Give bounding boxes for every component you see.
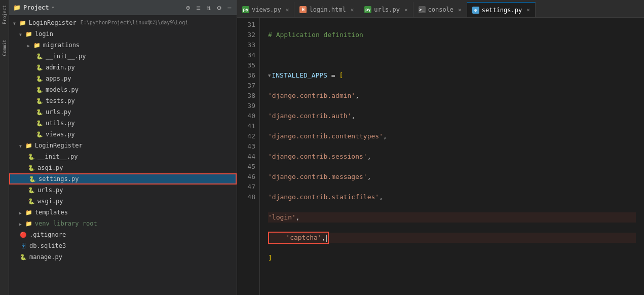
tree-label: templates [35, 209, 68, 216]
fold-icon[interactable]: ▼ [268, 70, 271, 81]
tree-label: models.py [46, 86, 79, 93]
code-text: , [355, 91, 359, 101]
cursor [326, 235, 327, 242]
folder-closed-icon [19, 209, 23, 216]
tree-item-loginregister-root[interactable]: 📁 LoginRegister E:\pythonProject\linux学习… [9, 17, 237, 28]
collapse-icon[interactable]: − [226, 3, 233, 13]
close-tab-icon[interactable]: ✕ [404, 7, 408, 13]
tree-item-apps-py[interactable]: 🐍 apps.py [9, 73, 237, 84]
tree-item-db-sqlite3[interactable]: 🗄 db.sqlite3 [9, 240, 237, 251]
tree-label: asgi.py [37, 164, 63, 171]
tab-views-py[interactable]: py views.py ✕ [237, 2, 294, 17]
tree-label: manage.py [29, 253, 62, 261]
tab-label: login.html [309, 6, 346, 13]
code-text: = [327, 70, 339, 81]
close-tab-icon[interactable]: ✕ [458, 7, 462, 13]
py-icon: 🐍 [35, 119, 44, 127]
tree-item-wsgi-py[interactable]: 🐍 wsgi.py [9, 196, 237, 207]
tree-item-utils-py[interactable]: 🐍 utils.py [9, 118, 237, 129]
py-icon: 🐍 [27, 186, 35, 194]
add-icon[interactable]: ⊕ [185, 3, 191, 13]
settings-icon[interactable]: ⚙ [216, 3, 222, 13]
code-line-38: 'django.contrib.messages', [268, 172, 636, 182]
tree-item-tests-py[interactable]: 🐍 tests.py [9, 95, 237, 106]
tree-item-login[interactable]: 📁 login [9, 28, 237, 40]
line-numbers: 31 32 33 34 35 36 37 38 39 40 41 42 43 4… [237, 18, 260, 295]
tab-label: console [428, 6, 454, 13]
code-line-42: ] [268, 253, 636, 263]
code-text: ] [268, 253, 272, 263]
code-area[interactable]: # Application definition ▼INSTALLED_APPS… [260, 18, 644, 295]
tree-item-models-py[interactable]: 🐍 models.py [9, 84, 237, 95]
tree-item-urls-py-1[interactable]: 🐍 urls.py [9, 106, 237, 118]
folder-icon: 📁 [13, 4, 21, 11]
close-tab-icon[interactable]: ✕ [526, 7, 530, 13]
git-icon: 🔴 [19, 231, 27, 239]
tree-item-venv[interactable]: 📁 venv library root [9, 218, 237, 229]
code-text: , [351, 111, 355, 121]
folder-icon: 📁 [25, 141, 33, 150]
list-icon[interactable]: ≡ [195, 3, 201, 13]
tab-label: settings.py [482, 7, 522, 14]
folder-icon: 📁 [25, 30, 33, 38]
folder-icon: 📁 [19, 19, 27, 27]
code-line-35: 'django.contrib.auth', [268, 111, 636, 121]
dropdown-icon[interactable]: ▾ [52, 5, 55, 10]
header-icons: ⊕ ≡ ⇅ ⚙ − [185, 3, 233, 13]
code-text: , [296, 212, 300, 223]
folder-icon: 📁 [25, 208, 33, 216]
project-label[interactable]: Project [2, 5, 7, 24]
code-text: 'django.contrib.messages' [268, 172, 367, 182]
tree-item-views-py[interactable]: 🐍 views.py [9, 129, 237, 140]
tree-path: E:\pythonProject\linux学习\day9\Logi [81, 19, 188, 26]
db-icon: 🗄 [19, 242, 27, 250]
tab-settings-py[interactable]: ⚙ settings.py ✕ [467, 2, 536, 17]
tree-item-urls-py-2[interactable]: 🐍 urls.py [9, 185, 237, 196]
code-text: 'login' [268, 212, 296, 223]
tree-item-loginregister-folder[interactable]: 📁 LoginRegister [9, 140, 237, 151]
close-tab-icon[interactable]: ✕ [286, 7, 289, 13]
tab-settings-icon: ⚙ [472, 7, 479, 14]
folder-closed-icon [27, 42, 31, 49]
tree-item-admin-py[interactable]: 🐍 admin.py [9, 62, 237, 73]
tree-item-manage-py[interactable]: 🐍 manage.py [9, 251, 237, 263]
py-icon: 🐍 [35, 75, 44, 83]
close-tab-icon[interactable]: ✕ [351, 7, 354, 13]
tree-item-init-py-1[interactable]: 🐍 __init__.py [9, 51, 237, 62]
sort-icon[interactable]: ⇅ [206, 3, 212, 13]
editor-area: py views.py ✕ H login.html ✕ py urls.py … [237, 0, 644, 295]
editor-content[interactable]: 31 32 33 34 35 36 37 38 39 40 41 42 43 4… [237, 18, 644, 295]
tree-label: urls.py [37, 187, 63, 194]
tree-label: migrations [43, 42, 80, 49]
code-line-40: 'login', [268, 212, 636, 223]
code-text: , [367, 172, 371, 182]
tree-item-templates[interactable]: 📁 templates [9, 207, 237, 218]
py-icon: 🐍 [35, 63, 44, 71]
tab-console[interactable]: >_ console ✕ [413, 2, 467, 17]
tree-label: wsgi.py [37, 198, 63, 205]
tree-item-settings-py[interactable]: 🐍 settings.py [9, 173, 237, 185]
code-text: , [367, 152, 371, 162]
tree-item-gitignore[interactable]: 🔴 .gitignore [9, 229, 237, 240]
folder-open-icon [19, 30, 23, 38]
tree-item-init-py-2[interactable]: 🐍 __init__.py [9, 151, 237, 162]
tab-console-icon: >_ [419, 6, 426, 13]
project-title-text: Project [23, 4, 49, 11]
tree-label: LoginRegister [35, 142, 83, 149]
tab-urls-py[interactable]: py urls.py ✕ [359, 2, 413, 17]
code-line-39: 'django.contrib.staticfiles', [268, 192, 636, 202]
code-text: 'django.contrib.contenttypes' [268, 131, 383, 141]
tab-login-html[interactable]: H login.html ✕ [294, 2, 359, 17]
code-text: [ [339, 70, 343, 81]
tree-item-migrations[interactable]: 📁 migrations [9, 40, 237, 51]
code-line-43 [268, 273, 636, 283]
tab-label: urls.py [374, 6, 400, 13]
tree-label: tests.py [46, 97, 75, 104]
folder-open-icon [13, 19, 17, 26]
tree-label: admin.py [46, 64, 75, 71]
vertical-panel: Project Commit [0, 0, 9, 295]
tab-py-icon: py [242, 6, 249, 13]
py-icon: 🐍 [35, 52, 44, 60]
tree-item-asgi-py[interactable]: 🐍 asgi.py [9, 162, 237, 173]
commit-label[interactable]: Commit [2, 40, 7, 56]
